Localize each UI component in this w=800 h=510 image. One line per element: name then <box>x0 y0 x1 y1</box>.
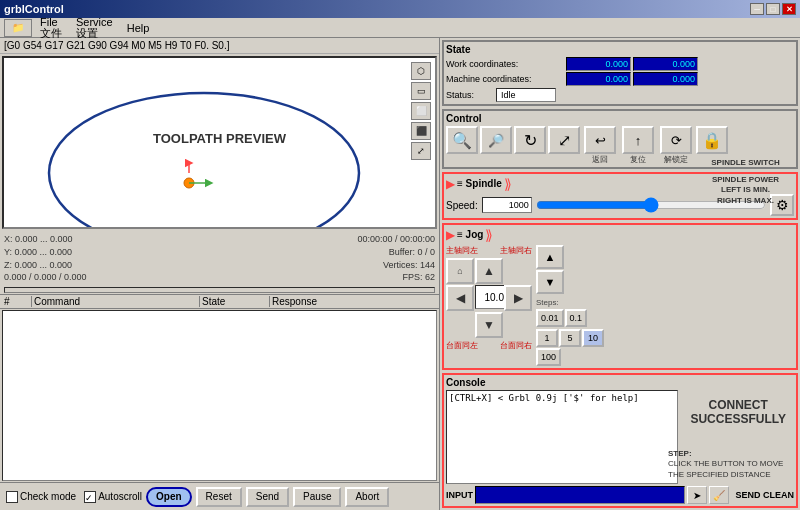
jog-home-btn[interactable]: ⌂ <box>446 258 474 284</box>
unlock-label: 解锁定 <box>664 154 688 165</box>
autoscroll-checkbox[interactable] <box>84 491 96 503</box>
view-flat-btn[interactable]: ▭ <box>411 82 431 100</box>
return-label: 返回 <box>592 154 608 165</box>
right-panel: State Work coordinates: 0.000 0.000 Mach… <box>440 38 800 510</box>
console-output: [CTRL+X] < Grbl 0.9j ['$' for help] <box>446 390 678 484</box>
jog-empty-3 <box>504 312 532 338</box>
state-section: State Work coordinates: 0.000 0.000 Mach… <box>442 40 798 106</box>
left-panel: [G0 G54 G17 G21 G90 G94 M0 M5 H9 T0 F0. … <box>0 38 440 510</box>
zoom-in-btn[interactable]: 🔍 <box>446 126 478 154</box>
jog-title: ≡ Jog <box>457 229 483 240</box>
work-y-value: 0.000 <box>633 57 698 71</box>
jog-empty-2 <box>446 312 474 338</box>
jog-down-btn[interactable]: ▼ <box>475 312 503 338</box>
clean-btn-icon[interactable]: 🧹 <box>709 486 729 504</box>
spindle-speed-input[interactable] <box>482 197 532 213</box>
window-title: grblControl <box>4 3 64 15</box>
jog-z-up-btn[interactable]: ▲ <box>536 245 564 269</box>
file-icon[interactable]: 📁 <box>4 19 32 37</box>
view-cube2-btn[interactable]: ⬛ <box>411 122 431 140</box>
view-3d-btn[interactable]: ⬡ <box>411 62 431 80</box>
preset-0-1-btn[interactable]: 0.1 <box>565 309 588 327</box>
return-btn-group: ↩ 返回 <box>582 126 618 165</box>
ratio: 0.000 / 0.000 / 0.000 <box>4 271 87 284</box>
menu-file[interactable]: File 文件 <box>34 15 68 41</box>
work-coords-label: Work coordinates: <box>446 59 566 69</box>
mach-y-value: 0.000 <box>633 72 698 86</box>
open-button[interactable]: Open <box>146 487 192 507</box>
rotate-btn[interactable]: ↻ <box>514 126 546 154</box>
preset-btns: 1 5 10 100 <box>536 329 616 366</box>
step-annotation-text: CLICK THE BUTTON TO MOVE THE SPECIFIED D… <box>668 459 798 480</box>
preset-0-01-btn[interactable]: 0.01 <box>536 309 564 327</box>
jog-empty-1 <box>504 258 532 284</box>
close-button[interactable]: ✕ <box>782 3 796 15</box>
work-x-value: 0.000 <box>566 57 631 71</box>
col-state: State <box>200 296 270 307</box>
vertices-display: Vertices: 144 <box>357 259 435 272</box>
main-content: [G0 G54 G17 G21 G90 G94 M0 M5 H9 T0 F0. … <box>0 38 800 510</box>
jog-right-panel: ▲ ▼ Steps: 0.01 0.1 1 5 10 100 <box>536 245 616 366</box>
pause-button[interactable]: Pause <box>293 487 341 507</box>
view-expand-btn[interactable]: ⤢ <box>411 142 431 160</box>
status-label: Status: <box>446 90 496 100</box>
maximize-button[interactable]: □ <box>766 3 780 15</box>
jog-up-btn[interactable]: ▲ <box>475 258 503 284</box>
jog-label-right-top: 主轴同右 <box>500 245 532 256</box>
return-btn[interactable]: ↩ <box>584 126 616 154</box>
zoom-out-btn[interactable]: 🔎 <box>480 126 512 154</box>
spindle-speed-label: Speed: <box>446 200 478 211</box>
send-btn-icon[interactable]: ➤ <box>687 486 707 504</box>
coords-right: 00:00:00 / 00:00:00 Buffer: 0 / 0 Vertic… <box>357 233 435 283</box>
preset-5-btn[interactable]: 5 <box>559 329 581 347</box>
jog-label-left-bottom: 台面同左 <box>446 340 478 351</box>
reset-button[interactable]: Reset <box>196 487 242 507</box>
connect-msg2: SUCCESSFULLY <box>690 412 786 426</box>
jog-z-down-btn[interactable]: ▼ <box>536 270 564 294</box>
send-button[interactable]: Send <box>246 487 289 507</box>
check-mode-text: Check mode <box>20 491 76 502</box>
fps-display: FPS: 62 <box>357 271 435 284</box>
x-coord: X: 0.000 ... 0.000 <box>4 233 87 246</box>
spindle-power-line1: SPINDLE POWER <box>693 175 798 185</box>
coords-bar: X: 0.000 ... 0.000 Y: 0.000 ... 0.000 Z:… <box>0 231 439 285</box>
preset-1-btn[interactable]: 1 <box>536 329 558 347</box>
preview-controls: ⬡ ▭ ⬜ ⬛ ⤢ <box>411 62 431 160</box>
console-log-line: [CTRL+X] < Grbl 0.9j ['$' for help] <box>449 393 675 403</box>
preset-100-btn[interactable]: 100 <box>536 348 561 366</box>
jog-expand-arrow: ⟫ <box>485 227 493 243</box>
minimize-button[interactable]: ─ <box>750 3 764 15</box>
menu-help[interactable]: Help <box>121 20 156 36</box>
jog-top-labels: 主轴同左 主轴同右 <box>446 245 532 256</box>
home-btn[interactable]: ↑ <box>622 126 654 154</box>
steps-label: Steps: <box>536 298 616 307</box>
title-bar: grblControl ─ □ ✕ <box>0 0 800 18</box>
reset-label: 复位 <box>630 154 646 165</box>
jog-right-btn[interactable]: ▶ <box>504 285 532 311</box>
menu-service[interactable]: Service 设置 <box>70 15 119 41</box>
autoscroll-label[interactable]: Autoscroll <box>84 491 142 503</box>
spindle-title: ≡ Spindle <box>457 178 502 189</box>
view-cube-btn[interactable]: ⬜ <box>411 102 431 120</box>
abort-button[interactable]: Abort <box>345 487 389 507</box>
spindle-arrow: ▶ <box>446 177 455 191</box>
col-response: Response <box>270 296 437 307</box>
table-header: # Command State Response <box>0 294 439 309</box>
status-value: Idle <box>496 88 556 102</box>
preset-10-btn[interactable]: 10 <box>582 329 604 347</box>
check-mode-label[interactable]: Check mode <box>6 491 76 503</box>
unlock-btn-group: ⟳ 解锁定 <box>658 126 694 165</box>
jog-left-btn[interactable]: ◀ <box>446 285 474 311</box>
jog-header: ▶ ≡ Jog ⟫ <box>446 227 794 243</box>
spindle-power-line3: RIGHT IS MAX. <box>693 196 798 206</box>
svg-point-0 <box>49 93 359 229</box>
console-input[interactable] <box>475 486 685 504</box>
cycle-btn[interactable]: ⟳ <box>660 126 692 154</box>
lock-btn[interactable]: 🔒 <box>696 126 728 154</box>
z-coord: Z: 0.000 ... 0.000 <box>4 259 87 272</box>
check-mode-checkbox[interactable] <box>6 491 18 503</box>
gcode-bar: [G0 G54 G17 G21 G90 G94 M0 M5 H9 T0 F0. … <box>0 38 439 54</box>
jog-bottom-labels: 台面同左 台面同右 <box>446 340 532 351</box>
step-annotation: STEP: CLICK THE BUTTON TO MOVE THE SPECI… <box>668 449 798 480</box>
fit-btn[interactable]: ⤢ <box>548 126 580 154</box>
